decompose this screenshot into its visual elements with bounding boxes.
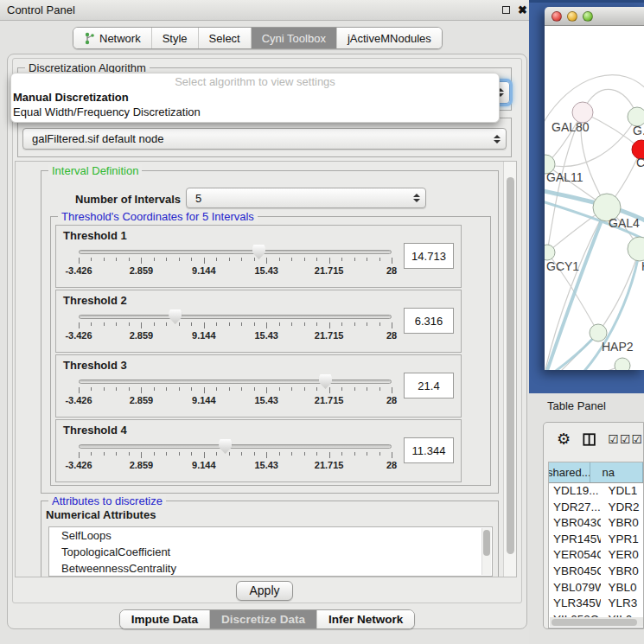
network-node-h[interactable] [628, 237, 644, 261]
popup-option-equal-width[interactable]: Equal Width/Frequency Discretization [11, 105, 499, 119]
attribute-list-item[interactable]: SelfLoops [49, 527, 492, 544]
network-node-hap2[interactable] [590, 324, 607, 341]
slider-track[interactable] [79, 379, 392, 384]
network-node-label: GAL4 [609, 216, 640, 230]
tab-style[interactable]: Style [152, 28, 199, 48]
control-panel-titlebar: Control Panel ✖ [0, 0, 534, 21]
slider-tick-labels: -3.4262.8599.14415.4321.71528 [79, 330, 392, 341]
number-of-intervals-combo[interactable]: 5 [186, 188, 426, 208]
cell-shared-name: YER054C [549, 548, 601, 564]
float-window-icon[interactable] [502, 6, 510, 14]
number-of-intervals-label: Number of Intervals [75, 193, 181, 206]
network-node-label: GCY1 [546, 259, 579, 273]
cell-shared-name: YBR043C [549, 516, 601, 532]
apply-button[interactable]: Apply [236, 581, 293, 601]
zoom-traffic-light-icon[interactable] [583, 11, 593, 22]
popup-option-manual-discretization[interactable]: Manual Discretization [11, 90, 499, 105]
network-canvas[interactable]: GAL80G.CGAL11GAL4GCY1HHAP2 [545, 26, 644, 370]
cell-name: YDL1 [601, 484, 643, 501]
table-data-combo[interactable]: galFiltered.sif default node [22, 128, 507, 150]
close-icon[interactable]: ✖ [518, 4, 527, 16]
threshold-block: Threshold 4 -3.4262.8599.14415.4321.7152… [55, 419, 462, 482]
network-node-label: GAL11 [546, 170, 583, 184]
threshold-slider[interactable]: -3.4262.8599.14415.4321.71528 [79, 250, 392, 277]
threshold-block: Threshold 3 -3.4262.8599.14415.4321.7152… [55, 354, 462, 418]
tab-label: Style [163, 32, 188, 45]
node-table: shared... na YDL19...YDL1YDR27...YDR2YBR… [548, 462, 643, 628]
threshold-value-field[interactable] [404, 373, 454, 399]
columns-icon[interactable] [583, 432, 596, 447]
slider-track[interactable] [79, 250, 392, 254]
tab-jactivemnodules[interactable]: jActiveMNodules [337, 28, 442, 48]
thresholds-group-title: Threshold's Coordinates for 5 Intervals [58, 210, 258, 223]
cell-shared-name: YDL19... [549, 484, 601, 501]
network-node[interactable] [615, 358, 630, 370]
table-row[interactable]: YBR043CYBR0 [549, 516, 643, 532]
cell-name: YBL0 [601, 581, 643, 597]
bottom-tab-impute-data[interactable]: Impute Data [120, 610, 210, 628]
popup-hint: Select algorithm to view settings [11, 75, 499, 90]
threshold-block: Threshold 1 -3.4262.8599.14415.4321.7152… [55, 225, 462, 288]
attributes-group-title: Attributes to discretize [48, 494, 166, 507]
threshold-value-field[interactable] [404, 308, 454, 334]
column-header-name[interactable]: na [590, 462, 644, 482]
table-panel-region: Table Panel ⚙ ☑☑☑ shared... na YDL19...Y… [529, 393, 644, 644]
cell-name: YBR0 [601, 516, 643, 532]
table-row[interactable]: YDL19...YDL1 [549, 484, 643, 501]
bottom-tab-infer-network[interactable]: Infer Network [317, 610, 414, 628]
attribute-list-item[interactable]: TopologicalCoefficient [49, 544, 492, 560]
settings-scroll-region: Interval Definition Number of Intervals … [15, 161, 517, 577]
minimize-traffic-light-icon[interactable] [567, 11, 577, 22]
tab-network[interactable]: Network [73, 28, 152, 48]
threshold-slider[interactable]: -3.4262.8599.14415.4321.71528 [79, 379, 392, 406]
attribute-list-item[interactable]: BetweennessCentrality [49, 560, 492, 577]
threshold-value-field[interactable] [404, 243, 454, 269]
tab-label: jActiveMNodules [348, 32, 431, 45]
numerical-attributes-label: Numerical Attributes [46, 508, 156, 521]
settings-vertical-scrollbar[interactable] [503, 162, 516, 577]
bottom-tab-bar: Impute DataDiscretize DataInfer Network [0, 609, 534, 629]
tab-label: Select [209, 32, 240, 45]
slider-tick-labels: -3.4262.8599.14415.4321.71528 [79, 460, 392, 471]
table-row[interactable]: YER054CYER0 [549, 548, 643, 564]
network-node-label: G. [633, 124, 644, 137]
slider-ticks [79, 322, 392, 329]
interval-definition-group: Interval Definition Number of Intervals … [41, 170, 499, 494]
slider-track[interactable] [79, 444, 392, 449]
network-node-label: C [636, 156, 644, 169]
threshold-label: Threshold 3 [63, 359, 454, 372]
table-panel-box: ⚙ ☑☑☑ shared... na YDL19...YDL1YDR27...Y… [543, 422, 644, 629]
network-node-label: HAP2 [602, 340, 634, 354]
table-row[interactable]: YLR345WYLR3 [549, 596, 643, 613]
table-horizontal-scrollbar[interactable] [550, 617, 643, 627]
attributes-list-scrollbar[interactable] [481, 528, 491, 575]
cell-name: YBR0 [601, 564, 643, 581]
table-row[interactable]: YDR27...YDR2 [549, 501, 643, 517]
cell-name: YDR2 [601, 501, 643, 517]
threshold-slider[interactable]: -3.4262.8599.14415.4321.71528 [79, 444, 392, 471]
threshold-value-field[interactable] [404, 437, 454, 463]
bottom-tab-discretize-data[interactable]: Discretize Data [210, 610, 317, 628]
table-panel-title: Table Panel [547, 399, 606, 412]
tab-cyni-toolbox[interactable]: Cyni Toolbox [252, 28, 337, 48]
combo-stepper-icon [411, 194, 422, 202]
column-header-shared-name[interactable]: shared... [549, 462, 590, 482]
control-panel-tabs: NetworkStyleSelectCyni ToolboxjActiveMNo… [73, 27, 443, 49]
slider-ticks [79, 258, 392, 265]
select-columns-checkbox-icon[interactable]: ☑☑☑ [608, 433, 643, 445]
close-traffic-light-icon[interactable] [552, 11, 562, 22]
table-row[interactable]: YBR045CYBR0 [549, 564, 643, 581]
table-row[interactable]: YBL079WYBL0 [549, 581, 643, 597]
numerical-attributes-list: SelfLoopsTopologicalCoefficientBetweenne… [48, 526, 493, 577]
threshold-slider[interactable]: -3.4262.8599.14415.4321.71528 [79, 315, 392, 341]
slider-track[interactable] [79, 315, 392, 319]
tab-select[interactable]: Select [199, 28, 252, 48]
network-window-titlebar[interactable] [545, 7, 644, 26]
combo-stepper-icon [492, 135, 502, 143]
table-row[interactable]: YPR145WYPR1 [549, 532, 643, 549]
network-node-label: GAL80 [552, 120, 590, 134]
thresholds-group: Threshold's Coordinates for 5 Intervals … [50, 216, 491, 486]
gear-icon[interactable]: ⚙ [557, 431, 571, 447]
slider-ticks [79, 452, 392, 459]
algorithm-dropdown-popup: Select algorithm to view settings Manual… [10, 73, 500, 123]
